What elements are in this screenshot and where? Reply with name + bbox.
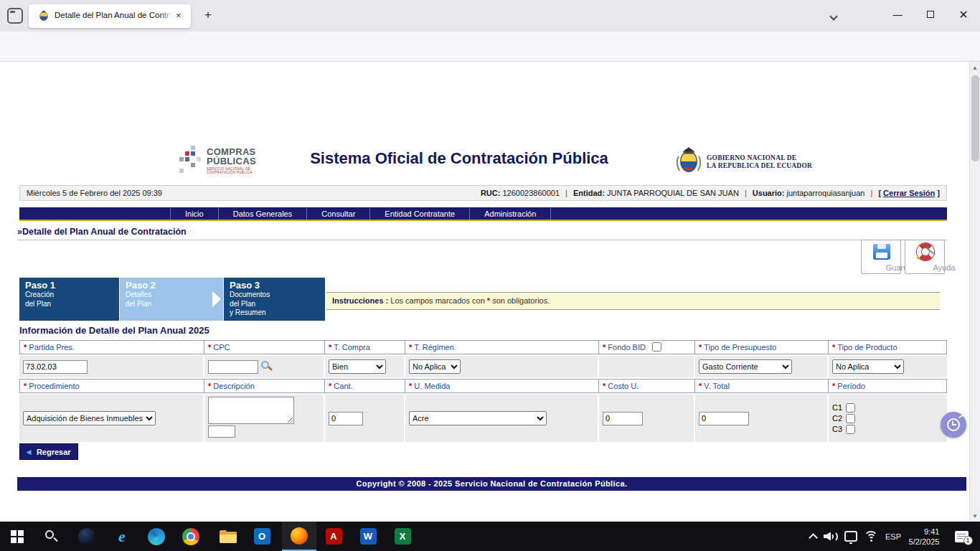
instructions-banner: Instrucciones : Los campos marcados con … (326, 292, 940, 310)
header-periodo: * Período (829, 379, 947, 393)
tab-bar: Detalle del Plan Anual de Contr × + — ✕ (0, 0, 980, 32)
tray-show-hidden-icons[interactable] (802, 522, 821, 551)
guardar-button[interactable]: Guardar (861, 240, 901, 274)
header-t-compra: * T. Compra (325, 340, 405, 354)
tray-volume[interactable] (821, 522, 841, 551)
fondo-bid-cell (599, 356, 695, 377)
acrobat-icon: A (326, 528, 342, 545)
header-t-regimen: * T. Régimen (405, 340, 599, 354)
dark-app-icon (78, 528, 95, 545)
speaker-icon (824, 531, 838, 542)
header-tipo-producto: * Tipo de Producto (829, 340, 947, 354)
t-compra-select[interactable]: Bien (329, 359, 386, 374)
nav-administracion[interactable]: Administración (469, 207, 551, 220)
cant-input[interactable] (329, 412, 363, 425)
header-cpc: * CPC (204, 340, 325, 354)
periodo-c1-checkbox[interactable] (846, 403, 855, 413)
nav-consultar[interactable]: Consultar (306, 207, 369, 220)
periodo-c3-checkbox[interactable] (846, 425, 855, 434)
plan-detail-form: * Partida Pres. * CPC * T. Compra * T. R… (19, 340, 947, 443)
wifi-icon (864, 531, 878, 542)
outlook-icon: O (254, 528, 270, 545)
page-scrollbar[interactable]: ▲ ▼ (969, 62, 980, 522)
cerrar-sesion-link[interactable]: [ Cerrar Sesión ] (878, 189, 940, 197)
firefox-icon (291, 527, 308, 545)
tray-language[interactable]: ESP (881, 522, 905, 551)
periodo-c2-checkbox[interactable] (846, 414, 855, 423)
taskbar-chrome[interactable] (174, 522, 208, 551)
partida-pres-input[interactable] (23, 360, 88, 374)
taskbar-app-dark[interactable] (70, 522, 104, 551)
windows-logo-icon (11, 530, 24, 543)
input-row-1: Bien No Aplica Gasto Corriente No Aplica (19, 356, 947, 377)
costo-u-input[interactable] (603, 412, 643, 425)
new-tab-button[interactable]: + (199, 6, 217, 24)
save-floppy-icon (873, 244, 890, 260)
internet-explorer-icon: e (118, 527, 126, 546)
header-descripcion: * Descripción (204, 379, 325, 393)
floating-timer-widget[interactable] (941, 412, 966, 438)
step-3-documentos: Paso 3 Documentos del Plan y Resumen (224, 278, 325, 321)
browser-toolbar: ← → ⟳ https://www.compraspublicas.gob.ec… (0, 32, 980, 62)
header-row-2: * Procedimiento * Descripción * Cant. * … (19, 379, 947, 393)
ecuador-crest-icon (677, 146, 701, 177)
scroll-down-icon[interactable]: ▼ (970, 511, 980, 522)
screencast-icon (844, 531, 857, 542)
close-window-button[interactable]: ✕ (947, 0, 980, 29)
taskbar-internet-explorer[interactable]: e (105, 522, 139, 551)
header-fondo-bid: * Fondo BID (599, 340, 695, 354)
taskbar-firefox-active[interactable] (282, 522, 316, 551)
header-u-medida: * U. Medida (405, 379, 599, 393)
nav-entidad-contratante[interactable]: Entidad Contratante (369, 207, 469, 220)
taskbar-edge[interactable] (139, 522, 174, 551)
taskbar-outlook[interactable]: O (245, 522, 279, 551)
regresar-button[interactable]: ◄ Regresar (19, 443, 78, 460)
cpc-search-icon[interactable] (261, 361, 273, 372)
taskbar-file-explorer[interactable] (211, 522, 245, 551)
fondo-bid-checkbox[interactable] (652, 342, 661, 352)
cpc-input[interactable] (208, 360, 258, 374)
tipo-presupuesto-select[interactable]: Gasto Corriente (699, 359, 792, 374)
scrollbar-thumb[interactable] (971, 75, 979, 161)
tray-network[interactable] (861, 522, 881, 551)
tab-favicon-ecuador-crest (38, 10, 50, 24)
scroll-up-icon[interactable]: ▲ (970, 62, 980, 73)
v-total-input[interactable] (699, 412, 749, 425)
browser-tab[interactable]: Detalle del Plan Anual de Contr × (29, 4, 191, 28)
back-arrow-icon: ◄ (24, 447, 33, 457)
notification-badge: 1 (963, 536, 973, 545)
breadcrumb: »Detalle del Plan Anual de Contratación (17, 227, 947, 240)
t-regimen-select[interactable]: No Aplica (409, 359, 461, 374)
nav-datos-generales[interactable]: Datos Generales (218, 207, 307, 220)
windows-taskbar: e O A W X ESP 9:415/2/2025 1 (0, 522, 980, 551)
tray-clock[interactable]: 9:415/2/2025 (903, 522, 946, 551)
taskbar-acrobat[interactable]: A (316, 522, 351, 551)
tray-cast[interactable] (841, 522, 861, 551)
session-info-bar: Miércoles 5 de Febrero del 2025 09:39 RU… (19, 185, 947, 201)
start-button[interactable] (0, 522, 34, 551)
u-medida-select[interactable]: Acre (409, 411, 547, 425)
procedimiento-select[interactable]: Adquisición de Bienes Inmuebles (23, 411, 156, 425)
nav-inicio[interactable]: Inicio (170, 207, 218, 220)
ayuda-button[interactable]: ✦ Ayuda (905, 240, 945, 274)
minimize-button[interactable]: — (881, 0, 914, 29)
chevron-up-icon (809, 533, 818, 542)
tab-close-icon[interactable]: × (172, 9, 185, 22)
word-icon: W (360, 528, 377, 545)
taskbar-excel[interactable]: X (385, 522, 420, 551)
taskbar-word[interactable]: W (351, 522, 385, 551)
tipo-producto-select[interactable]: No Aplica (832, 359, 904, 374)
header-cant: * Cant. (325, 379, 405, 393)
firefox-view-icon[interactable] (7, 8, 23, 24)
edge-icon (148, 528, 165, 545)
taskbar-search-button[interactable] (34, 522, 69, 551)
maximize-button[interactable] (914, 0, 947, 29)
folder-icon (220, 530, 237, 543)
main-navigation: Inicio Datos Generales Consultar Entidad… (19, 207, 947, 221)
descripcion-textarea[interactable] (208, 397, 294, 424)
page-title: Sistema Oficial de Contratación Pública (244, 149, 674, 168)
list-all-tabs-icon[interactable] (831, 9, 844, 19)
step-2-detalles-active: Paso 2 Detalles del Plan (120, 278, 223, 321)
descripcion-aux-input[interactable] (208, 425, 235, 438)
tray-notifications[interactable]: 1 (948, 522, 974, 551)
